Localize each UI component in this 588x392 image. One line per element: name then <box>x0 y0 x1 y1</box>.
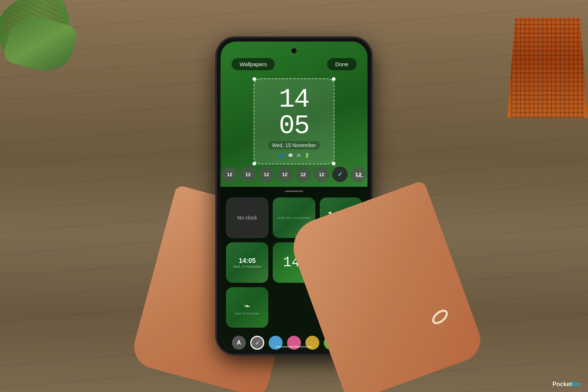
clock-widget[interactable]: 14 05 Wed, 15 November 👤 💬 ✉ 🔋 <box>254 78 334 164</box>
done-button[interactable]: Done <box>327 58 356 70</box>
digital-time-small-date: Wed, 15 November <box>233 265 261 268</box>
top-buttons-container: Wallpapers Done <box>220 58 368 70</box>
clock-style-item-1[interactable]: 12 <box>240 167 256 182</box>
clock-style-item-6[interactable]: ✓ <box>332 167 348 182</box>
clock-style-check-icon: ✓ <box>337 170 343 178</box>
clock-style-item-2[interactable]: 12 <box>259 167 274 182</box>
clock-style-item-3[interactable]: 12 <box>277 167 293 182</box>
lightning-date: Wed 15 November <box>235 312 259 315</box>
watermark-lint: lint <box>572 381 581 387</box>
palette-a-label: A <box>237 339 241 346</box>
palette-check[interactable]: ✓ <box>250 336 264 350</box>
home-indicator <box>276 346 312 348</box>
clock-minute: 05 <box>263 113 325 139</box>
no-clock-label: No clock <box>237 215 257 221</box>
person-icon: 👤 <box>279 153 284 158</box>
corner-dot-bl <box>252 162 256 165</box>
clock-style-label-3: 12 <box>282 172 287 177</box>
ring <box>430 307 451 327</box>
watermark: Pocketlint <box>553 381 581 388</box>
palette-blue[interactable] <box>269 336 283 350</box>
palette-letter-a[interactable]: A <box>232 336 246 350</box>
clock-style-label-2: 12 <box>264 172 269 177</box>
corner-dot-tr <box>332 77 336 81</box>
palette-check-icon: ✓ <box>255 339 260 346</box>
clock-date-display: Wed, 15 November <box>268 141 320 149</box>
clock-style-item-4[interactable]: 12 <box>295 167 311 182</box>
basket-decoration <box>507 0 588 118</box>
status-icons: 👤 💬 ✉ 🔋 <box>263 153 325 158</box>
digital-full-small-text: 99:56 Wed, 15 November <box>277 216 311 220</box>
message-icon: 💬 <box>288 153 293 158</box>
mail-icon: ✉ <box>297 153 301 158</box>
phone-wrapper: Wallpapers Done 14 05 Wed, 15 November 👤… <box>217 38 371 354</box>
lightning-display: ⌁ <box>244 300 250 312</box>
digital-time-small-display: 14:05 <box>239 257 256 265</box>
drag-handle[interactable] <box>285 190 303 192</box>
battery-icon: 🔋 <box>304 153 310 158</box>
clock-style-selector: 12 12 12 12 12 12 ✓ <box>220 167 368 182</box>
palette-gold[interactable] <box>305 336 319 350</box>
corner-dot-br <box>332 162 336 165</box>
clock-style-label-0: 12 <box>227 172 232 177</box>
corner-dot-tl <box>252 77 256 81</box>
clock-option-digital-time-small[interactable]: 14:05 Wed, 15 November <box>226 242 268 283</box>
clock-style-item-0[interactable]: 12 <box>222 167 237 182</box>
wallpapers-button[interactable]: Wallpapers <box>232 58 275 70</box>
clock-option-no-clock[interactable]: No clock <box>226 197 268 238</box>
clock-style-label-5: 12 <box>319 172 324 177</box>
clock-hour: 14 <box>263 86 325 113</box>
palette-pink[interactable] <box>287 336 301 350</box>
clock-style-label-1: 12 <box>245 172 251 177</box>
camera-hole <box>291 48 297 53</box>
clock-option-lightning[interactable]: ⌁ Wed 15 November <box>226 287 268 328</box>
clock-style-item-7[interactable]: 1͟2͟ <box>351 167 366 182</box>
clock-time-display: 14 05 <box>263 86 325 139</box>
watermark-pocket: Pocket <box>553 381 572 387</box>
clock-style-label-4: 12 <box>301 172 306 177</box>
clock-style-item-5[interactable]: 12 <box>314 167 329 182</box>
clock-style-label-7: 1͟2͟ <box>355 172 362 177</box>
plant-decoration <box>0 0 88 99</box>
